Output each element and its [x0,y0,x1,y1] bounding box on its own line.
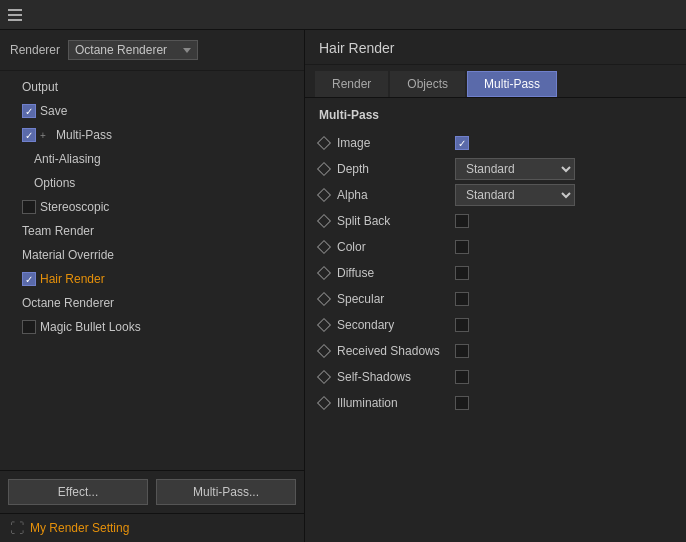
options-label: Options [34,176,75,190]
pass-checkbox-selfshadows[interactable] [455,370,469,384]
resize-icon: ⛶ [10,520,24,536]
stereoscopic-label: Stereoscopic [40,200,109,214]
tree-item-multipass[interactable]: + Multi-Pass [0,123,304,147]
pass-label-alpha: Alpha [337,188,447,202]
multipass-label: Multi-Pass [56,128,112,142]
teamrender-label: Team Render [22,224,94,238]
tree-item-octanerenderer[interactable]: Octane Renderer [0,291,304,315]
pass-row-color: Color [319,234,672,260]
renderer-dropdown-arrow [183,48,191,53]
tree-item-antialiasing[interactable]: Anti-Aliasing [0,147,304,171]
section-title: Hair Render [305,30,686,65]
tree-item-options[interactable]: Options [0,171,304,195]
octanerenderer-label: Octane Renderer [22,296,114,310]
pass-row-image: Image [319,130,672,156]
pass-dropdown-alpha[interactable]: Standard [455,184,575,206]
diamond-icon-alpha [317,188,331,202]
tree-item-materialoverride[interactable]: Material Override [0,243,304,267]
diamond-icon-depth [317,162,331,176]
multipass-button[interactable]: Multi-Pass... [156,479,296,505]
pass-row-specular: Specular [319,286,672,312]
top-bar [0,0,686,30]
multipass-section-title: Multi-Pass [319,108,672,122]
main-content: Renderer Octane Renderer Output Save + M… [0,30,686,542]
effect-button[interactable]: Effect... [8,479,148,505]
renderer-select-value: Octane Renderer [75,43,167,57]
save-checkbox[interactable] [22,104,36,118]
tree-item-magicbullet[interactable]: Magic Bullet Looks [0,315,304,339]
pass-checkbox-receivedshadows[interactable] [455,344,469,358]
pass-label-color: Color [337,240,447,254]
diamond-icon-illumination [317,396,331,410]
pass-label-diffuse: Diffuse [337,266,447,280]
pass-row-depth: Depth Standard [319,156,672,182]
pass-label-depth: Depth [337,162,447,176]
pass-dropdown-depth[interactable]: Standard [455,158,575,180]
output-label: Output [22,80,58,94]
status-bar: ⛶ My Render Setting [0,513,304,542]
materialoverride-label: Material Override [22,248,114,262]
pass-row-receivedshadows: Received Shadows [319,338,672,364]
pass-label-splitback: Split Back [337,214,447,228]
tree-item-output[interactable]: Output [0,75,304,99]
tree-list: Output Save + Multi-Pass Anti-Aliasing O… [0,71,304,470]
pass-label-illumination: Illumination [337,396,447,410]
diamond-icon-color [317,240,331,254]
renderer-label: Renderer [10,43,60,57]
renderer-row: Renderer Octane Renderer [0,30,304,71]
bottom-buttons: Effect... Multi-Pass... [0,470,304,513]
diamond-icon-secondary [317,318,331,332]
antialiasing-label: Anti-Aliasing [34,152,101,166]
hamburger-menu-icon[interactable] [8,9,22,21]
pass-label-secondary: Secondary [337,318,447,332]
pass-row-secondary: Secondary [319,312,672,338]
pass-checkbox-splitback[interactable] [455,214,469,228]
tab-objects[interactable]: Objects [390,71,465,97]
save-label: Save [40,104,67,118]
pass-checkbox-image[interactable] [455,136,469,150]
pass-checkbox-color[interactable] [455,240,469,254]
multipass-expand-icon: + [40,130,52,141]
pass-row-diffuse: Diffuse [319,260,672,286]
diamond-icon-specular [317,292,331,306]
multipass-checkbox[interactable] [22,128,36,142]
pass-label-specular: Specular [337,292,447,306]
pass-row-illumination: Illumination [319,390,672,416]
pass-label-image: Image [337,136,447,150]
pass-checkbox-diffuse[interactable] [455,266,469,280]
tree-item-teamrender[interactable]: Team Render [0,219,304,243]
tree-item-hairrender[interactable]: Hair Render [0,267,304,291]
diamond-icon-selfshadows [317,370,331,384]
tree-item-stereoscopic[interactable]: Stereoscopic [0,195,304,219]
tab-render[interactable]: Render [315,71,388,97]
pass-checkbox-illumination[interactable] [455,396,469,410]
tab-bar: Render Objects Multi-Pass [305,65,686,98]
magicbullet-label: Magic Bullet Looks [40,320,141,334]
hairrender-label: Hair Render [40,272,105,286]
tab-multipass[interactable]: Multi-Pass [467,71,557,97]
diamond-icon-image [317,136,331,150]
pass-checkbox-secondary[interactable] [455,318,469,332]
pass-row-splitback: Split Back [319,208,672,234]
magicbullet-checkbox[interactable] [22,320,36,334]
pass-label-receivedshadows: Received Shadows [337,344,447,358]
left-panel: Renderer Octane Renderer Output Save + M… [0,30,305,542]
hairrender-checkbox[interactable] [22,272,36,286]
diamond-icon-receivedshadows [317,344,331,358]
pass-row-alpha: Alpha Standard [319,182,672,208]
stereoscopic-checkbox[interactable] [22,200,36,214]
right-panel: Hair Render Render Objects Multi-Pass Mu… [305,30,686,542]
tree-item-save[interactable]: Save [0,99,304,123]
diamond-icon-diffuse [317,266,331,280]
pass-checkbox-specular[interactable] [455,292,469,306]
render-setting-label: My Render Setting [30,521,129,535]
pass-row-selfshadows: Self-Shadows [319,364,672,390]
multipass-section: Multi-Pass Image Depth Standard Alpha [305,98,686,426]
pass-label-selfshadows: Self-Shadows [337,370,447,384]
diamond-icon-splitback [317,214,331,228]
renderer-select[interactable]: Octane Renderer [68,40,198,60]
